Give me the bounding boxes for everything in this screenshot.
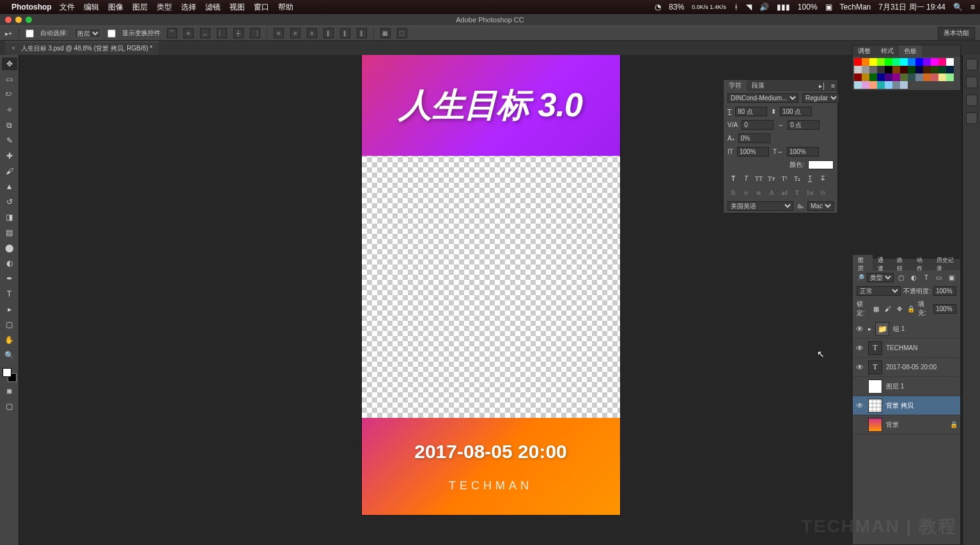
layer-name[interactable]: 背景 (886, 420, 899, 429)
align-vcenter-icon[interactable]: ≡ (183, 28, 194, 38)
menu-select[interactable]: 选择 (181, 2, 196, 13)
status-user[interactable]: TechMan (840, 3, 871, 12)
show-transform-checkbox[interactable] (107, 29, 116, 38)
swatch[interactable] (869, 81, 877, 89)
layer-thumbnail[interactable]: T (868, 360, 882, 374)
magic-wand-tool[interactable]: ✧ (2, 104, 17, 116)
swatch[interactable] (869, 66, 877, 73)
hand-tool[interactable]: ✋ (2, 334, 17, 346)
kerning-input[interactable] (742, 120, 774, 130)
auto-select-dropdown[interactable]: 图层 (74, 28, 101, 38)
layer-row[interactable]: 👁TTECHMAN (853, 339, 960, 358)
pen-tool[interactable]: ✒ (2, 272, 17, 285)
crop-tool[interactable]: ⧉ (2, 119, 17, 132)
swatch[interactable] (908, 58, 915, 66)
path-selection-tool[interactable]: ▸ (2, 303, 17, 316)
swatch[interactable] (877, 73, 885, 81)
swatch[interactable] (877, 81, 885, 89)
foreground-background-colors[interactable] (3, 368, 17, 382)
group-expand-icon[interactable]: ▸ (868, 325, 871, 332)
character-panel-icon[interactable] (966, 95, 977, 106)
layer-row[interactable]: 👁背景 拷贝 (853, 396, 960, 415)
swatch[interactable] (885, 73, 892, 81)
text-color-swatch[interactable] (808, 160, 834, 169)
swatch[interactable] (862, 73, 869, 81)
character-tab[interactable]: 字符 (724, 80, 747, 91)
swatch[interactable] (900, 81, 908, 89)
blur-tool[interactable]: ⬤ (2, 242, 17, 254)
swatch[interactable] (869, 73, 877, 81)
battery-icon[interactable]: ▮▮▮ (777, 3, 790, 12)
bluetooth-icon[interactable]: ᚼ (734, 3, 738, 12)
eyedropper-tool[interactable]: ✎ (2, 134, 17, 147)
swatch[interactable] (946, 58, 954, 66)
layer-row[interactable]: 👁▸📁组 1 (853, 319, 960, 339)
screen-mode-tool[interactable]: ▢ (2, 400, 17, 413)
panel-collapse-icon[interactable]: ▸│ (816, 82, 828, 89)
panel-menu-icon[interactable]: ≡ (828, 82, 837, 89)
layer-visibility-icon[interactable]: 👁 (855, 325, 864, 334)
swatch[interactable] (908, 73, 915, 81)
opentype-st-button[interactable]: st (753, 187, 765, 197)
align-bottom-edges-icon[interactable]: ⎽ (200, 28, 210, 38)
3d-mode-icon[interactable]: ⬚ (397, 28, 407, 38)
swatch[interactable] (885, 66, 892, 73)
menu-image[interactable]: 图像 (108, 2, 123, 13)
layer-visibility-icon[interactable]: 👁 (855, 363, 864, 372)
swatch[interactable] (885, 58, 892, 66)
lasso-tool[interactable]: ల (2, 88, 17, 101)
adjustments-panel-icon[interactable] (966, 77, 977, 88)
swatch[interactable] (854, 73, 862, 81)
filter-adjust-icon[interactable]: ◐ (909, 272, 919, 282)
foreground-color-swatch[interactable] (3, 368, 12, 377)
swatch[interactable] (892, 73, 900, 81)
swatch[interactable] (900, 58, 908, 66)
swatch[interactable] (946, 73, 954, 81)
swatch[interactable] (938, 58, 946, 66)
strikethrough-button[interactable]: T (817, 173, 828, 183)
small-caps-button[interactable]: Tᴛ (766, 173, 777, 183)
align-right-edges-icon[interactable]: ⎹ (250, 28, 260, 38)
layers-panel[interactable]: 图层 通道 路径 动作 历史记录 🔎 类型 ▢ ◐ T ▭ ▣ 正常 不透明度:… (852, 258, 961, 545)
close-tab-icon[interactable]: × (12, 45, 15, 52)
opentype-half-button[interactable]: ½ (817, 187, 828, 197)
swatch[interactable] (892, 81, 900, 89)
lock-all-icon[interactable]: 🔒 (906, 303, 915, 314)
align-top-edges-icon[interactable]: ⎺ (167, 28, 177, 38)
swatch[interactable] (938, 73, 946, 81)
antialiasing-dropdown[interactable]: Mac (807, 201, 834, 211)
layer-row[interactable]: 背景🔒 (853, 415, 960, 434)
swatch[interactable] (938, 66, 946, 73)
layer-name[interactable]: TECHMAN (886, 344, 917, 351)
swatch[interactable] (877, 58, 885, 66)
type-tool[interactable]: T (2, 288, 17, 300)
baseline-shift-input[interactable] (738, 134, 770, 143)
document-tab[interactable]: × 人生目标 3.psd @ 48.8% (背景 拷贝, RGB/8) * (5, 42, 159, 55)
layer-row[interactable]: 👁T2017-08-05 20:00 (853, 358, 960, 377)
swatch[interactable] (900, 66, 908, 73)
eraser-tool[interactable]: ◨ (2, 211, 17, 224)
fill-input[interactable] (933, 304, 956, 314)
underline-button[interactable]: T (804, 173, 816, 183)
swatch[interactable] (923, 58, 931, 66)
swatches-panel[interactable]: 调整 样式 色板 (852, 45, 961, 91)
adjustments-tab[interactable]: 调整 (853, 45, 876, 57)
hscale-input[interactable] (787, 147, 819, 157)
dodge-tool[interactable]: ◐ (2, 257, 17, 270)
swatch[interactable] (931, 66, 938, 73)
wifi-icon[interactable]: ◥ (746, 3, 752, 12)
filter-pixel-icon[interactable]: ▢ (896, 272, 906, 282)
opentype-fi-button[interactable]: fi (727, 187, 739, 197)
status-compass-icon[interactable]: ◔ (655, 3, 661, 12)
distribute-top-icon[interactable]: ≡ (274, 28, 284, 38)
brush-tool[interactable]: 🖌 (2, 165, 17, 178)
minimize-window-button[interactable] (15, 17, 22, 23)
lock-transparency-icon[interactable]: ▦ (872, 303, 881, 314)
font-size-input[interactable] (735, 107, 767, 116)
layer-thumbnail[interactable]: T (868, 341, 882, 355)
volume-icon[interactable]: 🔊 (759, 3, 769, 12)
all-caps-button[interactable]: TT (753, 173, 765, 183)
menu-window[interactable]: 窗口 (254, 2, 269, 13)
menu-view[interactable]: 视图 (229, 2, 245, 13)
zoom-window-button[interactable] (26, 17, 32, 23)
